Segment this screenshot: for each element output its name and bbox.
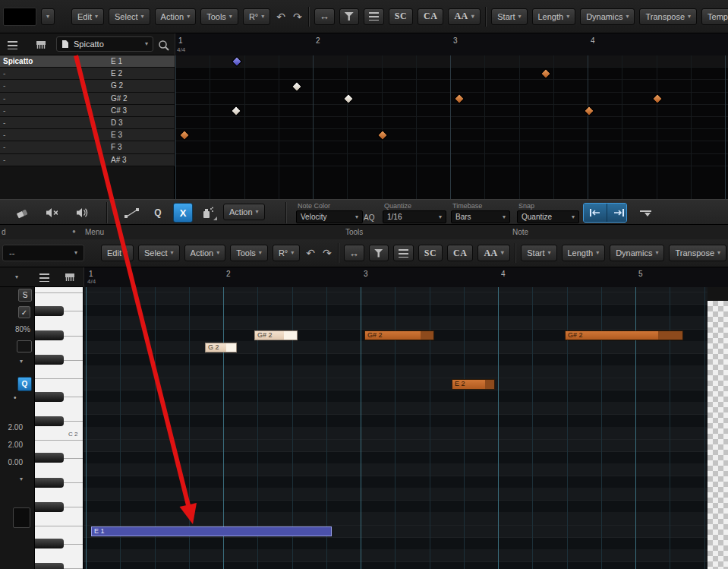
length-menu-button[interactable]: Length▾: [562, 245, 606, 261]
midi-note[interactable]: E 2: [452, 379, 495, 390]
aa-tool-button[interactable]: AA▾: [448, 8, 481, 25]
piano-key-white[interactable]: [35, 287, 84, 292]
midi-note[interactable]: E 1: [91, 526, 332, 537]
drum-row[interactable]: -C# 3: [0, 105, 175, 117]
mute-tool-button[interactable]: [41, 204, 62, 222]
drum-row[interactable]: -E 3: [0, 129, 175, 141]
range-tool-button[interactable]: ↔: [314, 8, 335, 25]
chevron-down-icon[interactable]: ▾: [20, 476, 23, 482]
instrument-select[interactable]: Spicatto ▾: [56, 36, 153, 52]
sc-tool-button[interactable]: SC: [389, 8, 413, 25]
instrument-dropdown-button[interactable]: ▾: [41, 8, 55, 25]
brush-icon[interactable]: [35, 40, 47, 50]
timebase-select[interactable]: Bars▾: [451, 210, 510, 223]
midi-note[interactable]: G# 2: [254, 330, 298, 341]
snap-select[interactable]: Quantize▾: [517, 210, 579, 223]
chevron-down-icon[interactable]: ▾: [20, 359, 23, 365]
drum-row[interactable]: -F 3: [0, 141, 175, 153]
solo-button[interactable]: S: [18, 289, 32, 302]
piano-timeline-ruler[interactable]: [84, 267, 728, 287]
transpose-menu-button[interactable]: Transpose▾: [669, 245, 726, 261]
ca-tool-button[interactable]: CA: [447, 245, 473, 261]
sc-tool-button[interactable]: SC: [418, 245, 443, 261]
eraser-tool-button[interactable]: [11, 204, 32, 222]
velocity-fader-button[interactable]: [635, 204, 656, 222]
ca-tool-button[interactable]: CA: [418, 8, 443, 25]
piano-key-black[interactable]: [35, 306, 64, 316]
chevron-down-icon[interactable]: ▾: [15, 274, 18, 280]
dynamics-menu-button[interactable]: Dynamics▾: [610, 245, 664, 261]
drum-row[interactable]: -G 2: [0, 80, 175, 92]
quantize-button[interactable]: Q: [17, 377, 32, 391]
undo-button[interactable]: ↶: [275, 11, 287, 23]
piano-key-black[interactable]: [35, 453, 64, 463]
select-menu-button[interactable]: Select▾: [138, 245, 180, 261]
piano-key-white[interactable]: [35, 440, 84, 452]
dynamics-menu-button[interactable]: Dynamics▾: [580, 8, 635, 25]
start-menu-button[interactable]: Start▾: [491, 8, 527, 25]
x-tool-button[interactable]: X: [173, 203, 193, 223]
piano-key-black[interactable]: [35, 478, 64, 488]
checkbox[interactable]: ✓: [18, 306, 30, 318]
record-mode-button[interactable]: R°▾: [243, 8, 270, 25]
quantize-select[interactable]: 1/16▾: [383, 210, 446, 223]
piano-key-white[interactable]: [35, 317, 84, 329]
aa-tool-button[interactable]: AA▾: [477, 245, 510, 261]
brush-icon[interactable]: [64, 272, 76, 283]
tools-menu-button[interactable]: Tools▾: [230, 245, 268, 261]
redo-button[interactable]: ↷: [292, 11, 304, 23]
piano-key-white[interactable]: [35, 292, 84, 305]
piano-key-white[interactable]: [35, 550, 84, 562]
piano-key-black[interactable]: [35, 416, 64, 426]
filter-tool-button[interactable]: [369, 245, 389, 261]
magnifier-icon[interactable]: [158, 40, 170, 52]
list-view-button[interactable]: [393, 245, 414, 261]
piano-key-white[interactable]: [35, 378, 84, 390]
drum-row[interactable]: -G# 2: [0, 93, 175, 105]
action-menu-button[interactable]: Action▾: [223, 204, 265, 220]
track-list-icon[interactable]: [8, 41, 17, 49]
drum-row[interactable]: SpicattoE 1: [0, 55, 175, 68]
drum-row[interactable]: -A# 3: [0, 154, 175, 166]
listen-tool-button[interactable]: [71, 204, 93, 222]
filter-tool-button[interactable]: [339, 8, 359, 25]
piano-key-black[interactable]: [35, 355, 64, 365]
aq-toggle[interactable]: AQ: [364, 213, 374, 222]
track-list-icon[interactable]: [39, 273, 49, 282]
piano-key-white[interactable]: [35, 488, 84, 501]
curve-tool-button[interactable]: [120, 204, 144, 222]
piano-key-white[interactable]: [35, 513, 84, 525]
midi-note[interactable]: G# 2: [565, 330, 683, 341]
drum-row[interactable]: -E 2: [0, 68, 175, 80]
list-view-button[interactable]: [364, 8, 384, 25]
piano-key-black[interactable]: [35, 330, 64, 340]
action-menu-button[interactable]: Action▾: [155, 8, 197, 25]
transpose-menu-button[interactable]: Transpose▾: [639, 8, 697, 25]
undo-button[interactable]: ↶: [304, 247, 317, 259]
midi-note[interactable]: G 2: [205, 343, 237, 353]
drum-grid[interactable]: [175, 55, 728, 199]
tools-menu-button[interactable]: Tools▾: [200, 8, 238, 25]
action-menu-button[interactable]: Action▾: [184, 245, 226, 261]
record-mode-button[interactable]: R°▾: [273, 245, 300, 261]
piano-key-black[interactable]: [35, 563, 64, 569]
note-color-select[interactable]: Velocity▾: [296, 210, 363, 223]
piano-key-white[interactable]: [35, 403, 84, 415]
nudge-end-button[interactable]: [607, 204, 627, 222]
start-menu-button[interactable]: Start▾: [521, 245, 556, 261]
piano-key-black[interactable]: [35, 392, 64, 402]
length-menu-button[interactable]: Length▾: [532, 8, 576, 25]
drum-timeline-ruler[interactable]: [175, 33, 728, 55]
track-selector[interactable]: --▾: [2, 245, 84, 261]
instrument-display-box[interactable]: [3, 8, 36, 26]
drum-row[interactable]: -D 3: [0, 117, 175, 129]
paint-tool-button[interactable]: [196, 204, 219, 222]
piano-key-black[interactable]: [35, 539, 64, 548]
zoom-tool-button[interactable]: Q: [149, 204, 167, 222]
value-box[interactable]: [17, 340, 32, 352]
piano-key-white[interactable]: [35, 342, 84, 354]
tempo-menu-button[interactable]: Tempo▾: [701, 8, 728, 25]
redo-button[interactable]: ↷: [321, 247, 333, 259]
piano-key-white[interactable]: [35, 464, 84, 476]
edit-menu-button[interactable]: Edit▾: [71, 8, 104, 25]
